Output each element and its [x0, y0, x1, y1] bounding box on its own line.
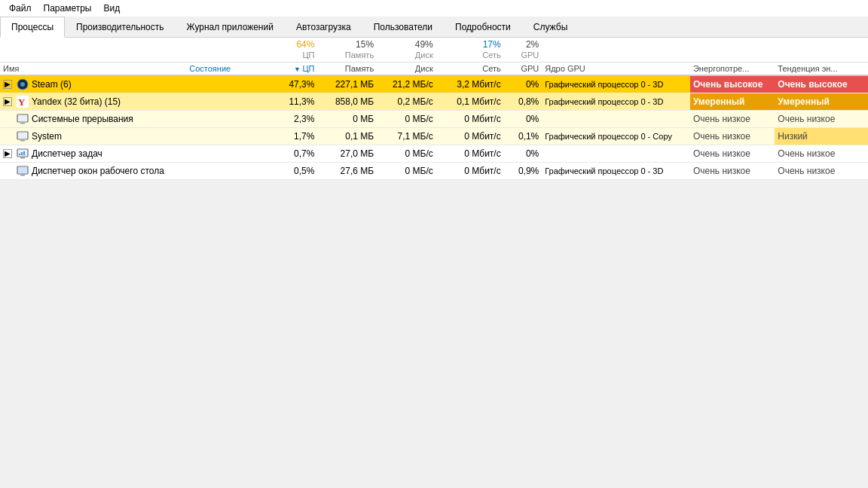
expand-button[interactable]: ▶ — [3, 149, 12, 158]
process-state — [186, 93, 270, 111]
col-header-net[interactable]: Сеть — [436, 63, 504, 76]
table-row[interactable]: System 1,7%0,1 МБ7,1 МБ/с0 Мбит/с0,1%Гра… — [0, 128, 868, 145]
svg-rect-5 — [18, 115, 27, 121]
col-header-gpu[interactable]: GPU — [504, 63, 542, 76]
energy-value: Очень низкое — [690, 163, 775, 180]
gpu-value: 0% — [504, 111, 542, 128]
energy-value: Очень низкое — [690, 145, 775, 163]
svg-rect-16 — [23, 151, 25, 155]
menu-item-0[interactable]: Файл — [3, 2, 38, 15]
cpu-value: 0,5% — [271, 163, 318, 180]
col-top-trend-empty — [775, 38, 868, 63]
col-top-cpu: 64%ЦП — [271, 38, 318, 63]
table-row[interactable]: Системные прерывания 2,3%0 МБ0 МБ/с0 Мби… — [0, 111, 868, 128]
col-header-state: Состояние — [186, 63, 270, 76]
tab-3[interactable]: Автозагрузка — [285, 17, 362, 37]
gpu-core-value: Графический процессор 0 - Copy — [542, 128, 690, 145]
process-name: Системные прерывания — [32, 114, 133, 124]
table-row[interactable]: ▶ Steam (6) 47,3%227,1 МБ21,2 МБ/с3,2 Мб… — [0, 75, 868, 93]
col-header-name[interactable]: Имя — [0, 63, 186, 76]
col-top-energy-empty — [690, 38, 775, 63]
svg-rect-11 — [19, 139, 26, 140]
disk-value: 0 МБ/с — [377, 111, 436, 128]
disk-value: 0 МБ/с — [377, 163, 436, 180]
process-state — [186, 111, 270, 128]
col-header-trend[interactable]: Тенденция эн... — [775, 63, 868, 76]
energy-value: Очень низкое — [690, 111, 775, 128]
gpu-core-value: Графический процессор 0 - 3D — [542, 75, 690, 93]
process-name: System — [32, 131, 62, 142]
col-header-cpu[interactable]: ЦП — [271, 63, 318, 76]
col-header-disk[interactable]: Диск — [377, 63, 436, 76]
mem-value: 0 МБ — [317, 111, 377, 128]
svg-text:Y: Y — [18, 96, 26, 108]
app-icon — [17, 113, 29, 125]
net-value: 0 Мбит/с — [436, 111, 504, 128]
tab-1[interactable]: Производительность — [65, 17, 175, 37]
disk-value: 7,1 МБ/с — [377, 128, 436, 145]
gpu-value: 0,8% — [504, 93, 542, 111]
gpu-core-value — [542, 111, 690, 128]
net-value: 3,2 Мбит/с — [436, 75, 504, 93]
table-row[interactable]: ▶ Диспетчер задач 0,7%27,0 МБ0 МБ/с0 Мби… — [0, 145, 868, 163]
col-top-gpu: 2%GPU — [504, 38, 542, 63]
col-top-gpucore-empty — [542, 38, 690, 63]
svg-rect-10 — [20, 140, 25, 142]
process-state — [186, 163, 270, 180]
svg-rect-9 — [18, 133, 27, 139]
app-icon — [17, 148, 29, 160]
menu-item-2[interactable]: Вид — [97, 2, 126, 15]
process-name: Диспетчер окон рабочего стола — [32, 166, 164, 176]
expand-button[interactable]: ▶ — [3, 80, 12, 89]
svg-rect-15 — [21, 152, 23, 155]
process-state — [186, 145, 270, 163]
col-top-disk: 49%Диск — [377, 38, 436, 63]
expand-button[interactable]: ▶ — [3, 97, 12, 106]
gpu-value: 0% — [504, 75, 542, 93]
cpu-value: 47,3% — [271, 75, 318, 93]
col-header-energy[interactable]: Энергопотре... — [690, 63, 775, 76]
process-state — [186, 128, 270, 145]
svg-rect-20 — [20, 175, 25, 176]
tab-2[interactable]: Журнал приложений — [176, 17, 285, 37]
trend-value: Очень низкое — [775, 111, 868, 128]
col-header-mem[interactable]: Память — [317, 63, 377, 76]
trend-value: Очень низкое — [775, 145, 868, 163]
trend-value: Очень низкое — [775, 163, 868, 180]
process-name: Steam (6) — [32, 79, 72, 90]
gpu-value: 0,1% — [504, 128, 542, 145]
process-name-cell: Диспетчер окон рабочего стола — [0, 163, 186, 180]
disk-value: 0 МБ/с — [377, 145, 436, 163]
trend-value: Умеренный — [775, 93, 868, 111]
cpu-value: 2,3% — [271, 111, 318, 128]
app-icon — [17, 130, 29, 142]
mem-value: 0,1 МБ — [317, 128, 377, 145]
tab-0[interactable]: Процессы — [0, 17, 65, 38]
process-name: Yandex (32 бита) (15) — [32, 96, 121, 107]
menu-item-1[interactable]: Параметры — [38, 2, 98, 15]
process-name-cell: ▶ Steam (6) — [0, 75, 186, 93]
svg-rect-17 — [20, 157, 25, 159]
cpu-value: 0,7% — [271, 145, 318, 163]
app-icon: Y — [17, 96, 29, 108]
tab-6[interactable]: Службы — [522, 17, 579, 37]
mem-value: 227,1 МБ — [317, 75, 377, 93]
net-value: 0 Мбит/с — [436, 128, 504, 145]
col-header-gpucore[interactable]: Ядро GPU — [542, 63, 690, 76]
cpu-value: 11,3% — [271, 93, 318, 111]
gpu-core-value: Графический процессор 0 - 3D — [542, 163, 690, 180]
net-value: 0 Мбит/с — [436, 163, 504, 180]
process-name-cell: Системные прерывания — [0, 111, 186, 128]
trend-value: Очень высокое — [775, 75, 868, 93]
mem-value: 27,6 МБ — [317, 163, 377, 180]
svg-rect-7 — [19, 122, 26, 123]
table-row[interactable]: Диспетчер окон рабочего стола 0,5%27,6 М… — [0, 163, 868, 180]
trend-value: Низкий — [775, 128, 868, 145]
table-row[interactable]: ▶ Y Yandex (32 бита) (15) 11,3%858,0 МБ0… — [0, 93, 868, 111]
tab-4[interactable]: Пользователи — [362, 17, 444, 37]
tab-5[interactable]: Подробности — [444, 17, 522, 37]
svg-rect-6 — [20, 123, 25, 124]
svg-point-1 — [20, 82, 25, 87]
app-icon — [17, 165, 29, 177]
cpu-value: 1,7% — [271, 128, 318, 145]
